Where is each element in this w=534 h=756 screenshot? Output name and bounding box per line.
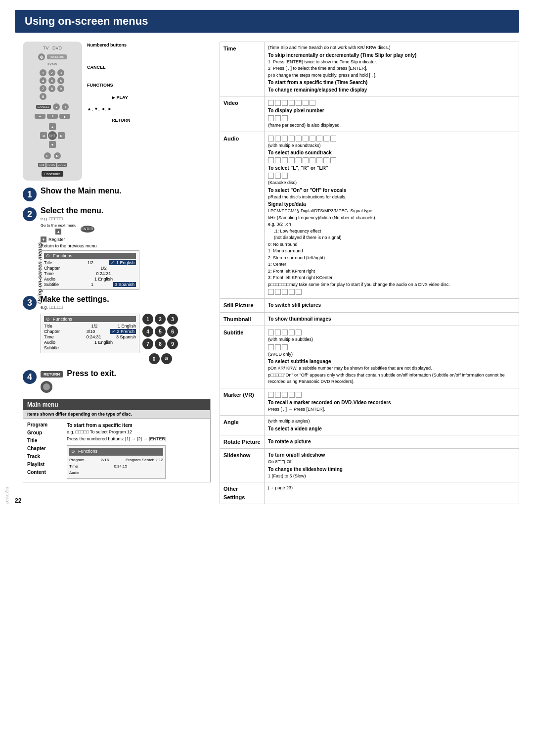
bottom-keypad-row: 0 ⑩ (149, 353, 172, 364)
row-other-settings: Other Settings (→ page 23) (220, 482, 519, 504)
audio-boxes-2 (268, 157, 515, 163)
still-picture-bold: To switch still pictures (268, 301, 515, 309)
kc-0: 0 (149, 353, 160, 364)
desc-subtitle: (with multiple subtitles) (SVCD only) To… (265, 326, 519, 388)
menu-item-program: Program (27, 422, 67, 428)
zoom-btn: ZOOM (57, 163, 67, 167)
row-time: Time (Time Slip and Time Search do not w… (220, 42, 519, 96)
audio-0: 0: No surround (268, 241, 515, 248)
sb7 (275, 344, 281, 350)
ab20 (330, 157, 336, 163)
time-bold-2: To start from a specific time (Time Sear… (268, 79, 515, 86)
menu-item-track: Track (27, 453, 67, 460)
ab14 (289, 157, 295, 163)
video-fps: (frame per second) is also displayed. (268, 122, 515, 129)
step-4-inner: RETURN Press to exit. (41, 369, 211, 379)
audio-lpcm: LPCM/PPCM/ § Digital/DTS/MP3/MPEG: Signa… (268, 208, 515, 215)
audio-boxes-1 (268, 136, 515, 142)
step3-row-subtitle: Subtitle (44, 345, 136, 350)
cancel-btn: ● (53, 103, 60, 110)
step-4-title: Press to exit. (67, 369, 116, 378)
row-thumbnail: Thumbnail To show thumbnail images (220, 312, 519, 326)
page-title: Using on-screen menus (15, 10, 519, 33)
transport-row: ■ ⏸ ▶ (35, 114, 70, 119)
step-2-screen-title: ⊙ Functions (44, 253, 136, 259)
dpad: ▲ ▼ ◄ ► ENT (40, 123, 65, 148)
sub-btn: SUB (38, 163, 45, 167)
btn-7: 7 (40, 85, 46, 92)
kc-6: 6 (167, 326, 178, 337)
functions-row: F R (44, 152, 61, 159)
btn-1: 1 (40, 69, 46, 76)
ab23 (282, 173, 288, 179)
numbered-buttons-annotation: Numbered buttons (87, 42, 211, 49)
step-3-screen-title: ⊙ Functions (44, 316, 136, 322)
cancel-btn-label: CANCEL (36, 105, 51, 109)
btn-5: 5 (48, 77, 55, 84)
bottom-row: SUB AUDIO ZOOM (38, 163, 66, 167)
ab6 (303, 136, 309, 142)
topic-rotate-picture: Rotate Picture (220, 435, 265, 449)
return-btn-inner (43, 383, 50, 390)
row-subtitle: Subtitle (with multiple subtitles) (SVCD… (220, 326, 519, 388)
step-2-title: Select the menu. (41, 206, 211, 215)
dpad-up: ▲ (49, 123, 56, 130)
step-1-title: Show the Main menu. (41, 187, 211, 195)
return-btn: R (54, 152, 61, 159)
sub-boxes-2 (268, 344, 515, 350)
kc-7: 7 (142, 338, 153, 349)
btn-9: 9 (57, 85, 64, 92)
dpad-right: ► (58, 132, 65, 139)
menu-item-content: Content (27, 469, 67, 476)
mm-row-audio: Audio (69, 470, 163, 476)
ab24 (268, 289, 274, 295)
kc-1: 1 (142, 314, 153, 325)
topic-other-settings: Other Settings (220, 482, 265, 504)
desc-marker-vr: To recall a marker recorded on DVD-Video… (265, 388, 519, 416)
time-step1: 1 Press [ENTER] twice to show the Time S… (268, 59, 515, 66)
return-btn-circle (41, 381, 52, 393)
row-rotate-picture: Rotate Picture To rotate a picture (220, 435, 519, 449)
time-bold-3: To change remaining/elapsed time display (268, 86, 515, 94)
vb1 (268, 100, 274, 106)
row-marker-vr: Marker (VR) To recall a marker recorded … (220, 388, 519, 416)
audio-multi: (with multiple soundtracks) (268, 142, 515, 149)
step-3-screen: ⊙ Functions Title 1/2 1 English (41, 314, 139, 353)
step-1-number: 1 (23, 188, 37, 201)
sb8 (282, 344, 288, 350)
mb2 (275, 392, 281, 398)
remote-diagram: TV DVD ⏻ TUNER/BD EXT-IN 1 2 3 4 (23, 42, 82, 181)
ab1 (268, 136, 274, 142)
btn-3: 3 (57, 69, 64, 76)
step-2-eg: e.g. □□□□□ (41, 216, 211, 221)
ab28 (296, 289, 302, 295)
main-menu-desc-title: To start from a specific item (67, 422, 206, 429)
ab13 (282, 157, 288, 163)
video-bold: To display pixel number (268, 107, 515, 114)
ann-numbered-label: Numbered buttons (87, 43, 127, 47)
ab5 (296, 136, 302, 142)
ann-cancel-label: CANCEL (87, 65, 106, 70)
btn-0: 0 (40, 93, 46, 100)
row-angle: Angle (with multiple angles) To select a… (220, 416, 519, 435)
desc-angle: (with multiple angles) To select a video… (265, 416, 519, 435)
vb8 (268, 115, 274, 121)
return-label-step4: RETURN (41, 371, 63, 378)
ab11 (268, 157, 274, 163)
step-3-title: Make the settings. (41, 295, 211, 304)
step-3-eg: e.g. □□□□□ (41, 305, 211, 310)
register-label: Register (48, 237, 65, 242)
functions-btn: F (44, 152, 51, 159)
step-4-content: RETURN Press to exit. (41, 369, 211, 393)
time-note: (Time Slip and Time Search do not work w… (268, 45, 515, 51)
remote-tuner-btn: TUNER/BD (47, 54, 67, 59)
sb1 (268, 330, 274, 335)
sb6 (268, 344, 274, 350)
screen-row-subtitle: Subtitle 1 3 Spanish (44, 282, 136, 287)
vb10 (282, 115, 288, 121)
rqt-label: RQT8607 (5, 487, 9, 504)
remote-brand: TV DVD (43, 46, 62, 50)
marker-boxes (268, 392, 515, 398)
audio-3f: 3: Front left KFront right KCenter (268, 275, 515, 282)
main-menu-subheader: Items shown differ depending on the type… (23, 410, 210, 419)
